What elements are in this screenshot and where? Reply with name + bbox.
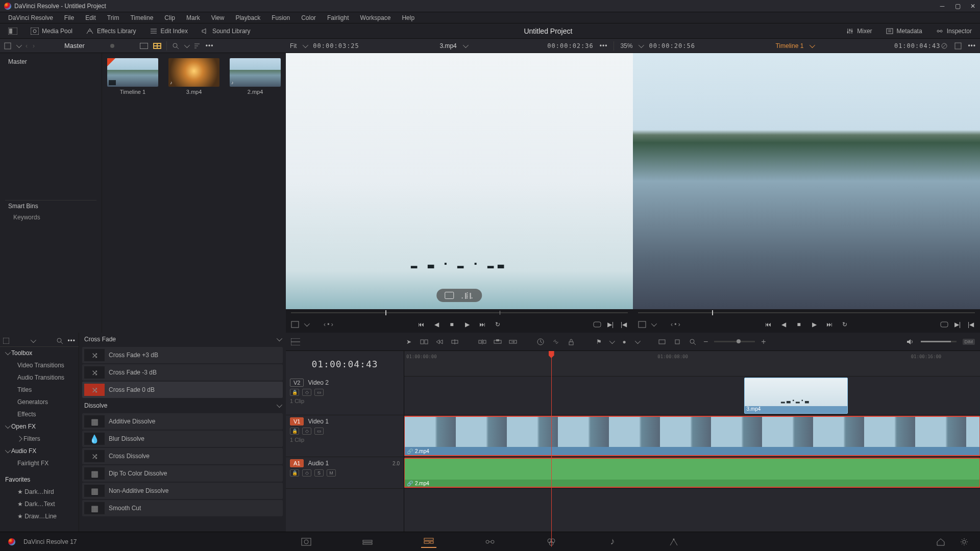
flag-icon[interactable]: ⚑ (594, 338, 603, 346)
search-icon[interactable] (172, 42, 179, 49)
menu-trim[interactable]: Trim (102, 13, 125, 22)
menu-fusion[interactable]: Fusion (266, 13, 295, 22)
fx-cat-dissolve[interactable]: Dissolve (79, 399, 286, 412)
link-icon[interactable] (551, 338, 560, 346)
auto-select-icon[interactable]: ◇ (302, 469, 311, 477)
fx-video-transitions[interactable]: Video Transitions (0, 359, 79, 371)
overwrite-clip-icon[interactable] (493, 338, 502, 346)
fx-dip-color-dissolve[interactable]: ▦Dip To Color Dissolve (82, 465, 283, 482)
program-zoom-dropdown[interactable]: 35% (620, 42, 632, 49)
program-scrubber[interactable] (633, 309, 980, 316)
solo-button[interactable]: S (314, 469, 324, 477)
viewer-mode-icon[interactable] (638, 321, 646, 328)
play-button[interactable]: ▶ (463, 320, 471, 329)
menu-fairlight[interactable]: Fairlight (322, 13, 354, 22)
chevron-down-icon[interactable] (304, 321, 310, 327)
play-button[interactable]: ▶ (810, 320, 818, 329)
fx-fairlightfx[interactable]: Fairlight FX (0, 457, 79, 469)
cut-page-button[interactable] (360, 536, 375, 548)
source-clip-name[interactable]: 3.mp4 (439, 42, 456, 49)
prev-frame-button[interactable]: ◀ (432, 320, 440, 329)
fx-crossfade-minus3[interactable]: ⤨Cross Fade -3 dB (82, 364, 283, 381)
clip-v2-3mp4[interactable]: ▂▃▪▂▪▃ 3.mp4 (744, 378, 848, 414)
menu-help[interactable]: Help (397, 13, 420, 22)
video-only-icon[interactable] (445, 292, 454, 299)
loop-button[interactable]: ↻ (494, 320, 502, 329)
mute-button[interactable]: M (327, 469, 336, 477)
more-icon[interactable]: ••• (206, 42, 214, 49)
list-view-button[interactable] (140, 43, 148, 49)
lock-icon[interactable] (567, 338, 576, 346)
lock-icon[interactable]: 🔒 (290, 428, 299, 435)
edit-page-button[interactable] (421, 536, 436, 548)
blade-tool-icon[interactable] (450, 338, 459, 346)
track-badge[interactable]: V1 (290, 417, 304, 425)
inspector-button[interactable]: Inspector (932, 26, 976, 37)
chevron-down-icon[interactable] (609, 338, 615, 343)
menu-timeline[interactable]: Timeline (125, 13, 158, 22)
fx-effects[interactable]: Effects (0, 408, 79, 420)
search-options-icon[interactable] (184, 42, 189, 47)
menu-file[interactable]: File (59, 13, 79, 22)
sort-icon[interactable] (193, 42, 201, 49)
menu-playback[interactable]: Playback (230, 13, 265, 22)
clip-thumb-timeline1[interactable]: Timeline 1 (107, 58, 158, 95)
zoom-in-button[interactable]: + (761, 337, 766, 346)
chevron-down-icon[interactable] (303, 42, 308, 47)
search-icon[interactable] (56, 337, 63, 344)
go-in-button[interactable]: ▶| (606, 320, 615, 329)
fx-audio-transitions[interactable]: Audio Transitions (0, 371, 79, 384)
mute-icon[interactable] (905, 338, 915, 346)
media-page-button[interactable] (299, 536, 314, 548)
menu-workspace[interactable]: Workspace (355, 13, 396, 22)
next-frame-button[interactable]: ⏭ (825, 320, 834, 329)
fx-fav-1[interactable]: ★ Dark…Text (0, 498, 79, 510)
track-badge[interactable]: V2 (290, 379, 304, 387)
more-icon[interactable]: ••• (67, 337, 76, 344)
retime-icon[interactable] (536, 338, 545, 346)
thumb-view-button[interactable] (153, 43, 161, 49)
timeline-ruler[interactable]: 01:00:00:00 01:00:08:00 01:00:16:00 (404, 351, 980, 377)
fx-smooth-cut[interactable]: ▦Smooth Cut (82, 500, 283, 516)
timeline-timecode-display[interactable]: 01:00:04:43 (286, 351, 404, 377)
replace-clip-icon[interactable] (508, 338, 518, 346)
stop-button[interactable]: ■ (795, 320, 803, 329)
in-out-icon[interactable] (593, 321, 601, 328)
fx-additive-dissolve[interactable]: ▦Additive Dissolve (82, 413, 283, 430)
fx-openfx[interactable]: Open FX (0, 420, 79, 433)
loop-button[interactable]: ↻ (841, 320, 849, 329)
first-frame-button[interactable]: ⏮ (417, 320, 425, 329)
media-pool-button[interactable]: Media Pool (27, 26, 77, 37)
match-frame-icon[interactable] (291, 321, 299, 328)
source-viewer-canvas[interactable]: ▂ ▃ ▪ ▂ ▪ ▂▃ ⡀||⡇||⡀ (286, 53, 633, 309)
lock-icon[interactable]: 🔒 (290, 469, 299, 477)
insert-clip-icon[interactable] (478, 338, 487, 346)
selection-tool-icon[interactable]: ➤ (404, 338, 413, 346)
fx-favorites[interactable]: Favorites (0, 473, 79, 486)
single-viewer-icon[interactable] (954, 42, 962, 49)
fx-cat-crossfade[interactable]: Cross Fade (79, 333, 286, 346)
program-viewer-canvas[interactable] (633, 53, 980, 309)
zoom-slider[interactable] (714, 341, 755, 342)
auto-select-icon[interactable]: ◇ (302, 428, 311, 435)
chevron-down-icon[interactable] (462, 42, 468, 47)
lock-icon[interactable]: 🔒 (290, 389, 299, 396)
fx-blur-dissolve[interactable]: 💧Blur Dissolve (82, 431, 283, 447)
go-out-button[interactable]: |◀ (967, 320, 975, 329)
bypass-fx-icon[interactable] (940, 42, 948, 49)
window-maximize-button[interactable]: ▢ (954, 3, 961, 9)
track-lane-a1[interactable]: 🔗2.mp4 (404, 457, 980, 489)
source-more-icon[interactable]: ••• (600, 42, 608, 49)
track-header-v1[interactable]: V1Video 1 🔒◇▭ 1 Clip (286, 415, 404, 457)
clip-thumb-3mp4[interactable]: ♪ 3.mp4 (168, 58, 219, 95)
fx-toolbox[interactable]: Toolbox (0, 347, 79, 359)
zoom-detail-icon[interactable] (673, 338, 682, 346)
sound-library-button[interactable]: Sound Library (197, 26, 255, 37)
clip-a1-2mp4[interactable]: 🔗2.mp4 (404, 458, 980, 487)
fx-crossfade-0[interactable]: ⤨Cross Fade 0 dB (82, 382, 283, 398)
volume-slider[interactable] (921, 341, 957, 342)
window-close-button[interactable]: ✕ (970, 3, 976, 9)
edit-index-button[interactable]: Edit Index (145, 26, 192, 37)
effects-library-button[interactable]: Effects Library (82, 26, 140, 37)
track-enable-icon[interactable]: ▭ (314, 389, 324, 396)
